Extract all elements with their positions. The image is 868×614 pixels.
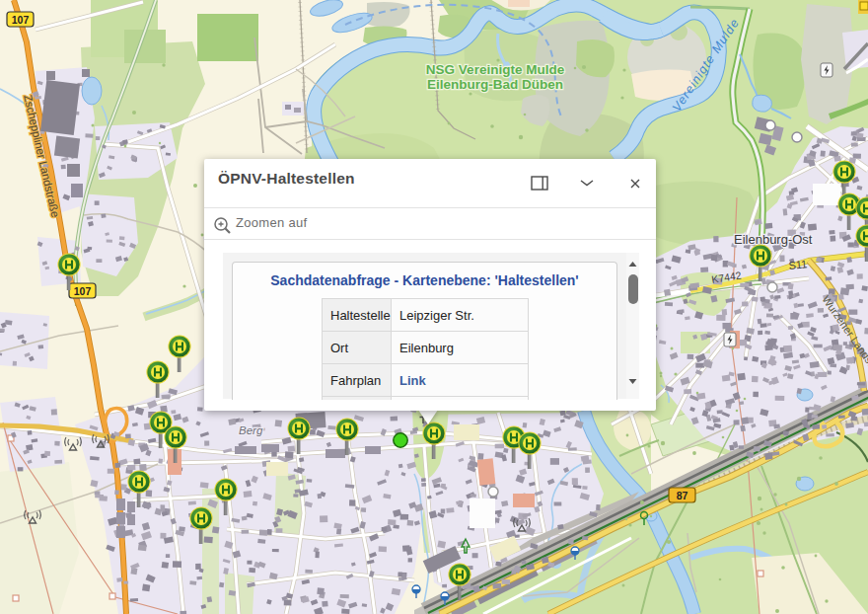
svg-text:Berg: Berg [239, 424, 263, 436]
svg-text:NSG Vereinigte Mulde: NSG Vereinigte Mulde [426, 62, 565, 77]
svg-text:Eilenburg-Ost: Eilenburg-Ost [734, 232, 813, 247]
svg-text:87: 87 [677, 490, 688, 501]
svg-text:S11: S11 [788, 258, 808, 271]
svg-text:Eilenburg-Bad Düben: Eilenburg-Bad Düben [427, 77, 563, 92]
svg-text:107: 107 [74, 285, 92, 297]
svg-text:107: 107 [12, 14, 30, 26]
